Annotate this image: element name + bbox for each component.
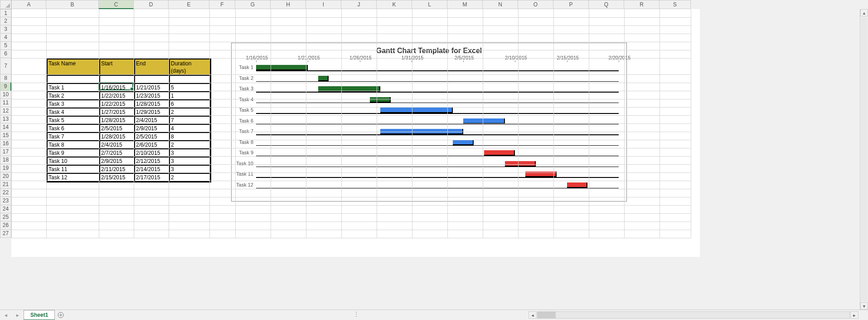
- hscroll-track[interactable]: [537, 311, 850, 319]
- row-header-14[interactable]: 14: [0, 123, 11, 132]
- sheet-nav-prev[interactable]: ◄: [0, 313, 12, 318]
- x-axis-tick-label: 2/5/2015: [451, 55, 478, 60]
- row-header-8[interactable]: 8: [0, 74, 11, 83]
- col-header-P[interactable]: P: [553, 0, 589, 9]
- x-axis-tick-label: 1/16/2015: [243, 55, 271, 60]
- col-header-H[interactable]: H: [271, 0, 306, 9]
- table-header[interactable]: Start: [100, 59, 135, 75]
- gantt-bar[interactable]: [380, 108, 453, 113]
- col-header-I[interactable]: I: [306, 0, 341, 9]
- col-header-K[interactable]: K: [377, 0, 412, 9]
- column-headers: ABCDEFGHIJKLMNOPQRS: [11, 0, 691, 9]
- row-header-26[interactable]: 26: [0, 222, 11, 230]
- row-header-7[interactable]: 7: [0, 58, 11, 74]
- gantt-bar[interactable]: [318, 76, 329, 81]
- row-header-19[interactable]: 19: [0, 164, 11, 172]
- sheet-tab-bar: ◄ ► Sheet1 ⋮ ◄ ►: [0, 310, 868, 320]
- tab-split-grip[interactable]: ⋮: [354, 311, 358, 318]
- x-axis-tick-label: 1/21/2015: [295, 55, 322, 60]
- hscroll-thumb[interactable]: [538, 312, 556, 318]
- col-header-O[interactable]: O: [518, 0, 553, 9]
- gantt-bar[interactable]: [463, 118, 504, 124]
- row-header-16[interactable]: 16: [0, 140, 11, 148]
- x-axis-tick-label: 2/10/2015: [502, 55, 529, 60]
- row-header-21[interactable]: 21: [0, 181, 11, 189]
- vscroll-track[interactable]: [861, 17, 868, 301]
- sheet-tab[interactable]: Sheet1: [24, 310, 55, 320]
- grid-area[interactable]: Task NameStartEndDuration(days)Task 11/1…: [11, 9, 700, 257]
- row-header-9[interactable]: 9: [0, 83, 11, 91]
- col-header-F[interactable]: F: [209, 0, 235, 9]
- row-header-2[interactable]: 2: [0, 17, 11, 25]
- col-header-D[interactable]: D: [134, 0, 169, 9]
- col-header-G[interactable]: G: [235, 0, 271, 9]
- col-header-C[interactable]: C: [99, 0, 134, 9]
- row-header-11[interactable]: 11: [0, 99, 11, 107]
- select-all-corner[interactable]: [0, 0, 11, 9]
- plus-circle-icon: [58, 312, 64, 318]
- row-header-5[interactable]: 5: [0, 42, 11, 50]
- scroll-down-arrow[interactable]: ▼: [860, 302, 868, 310]
- row-header-23[interactable]: 23: [0, 197, 11, 205]
- col-header-Q[interactable]: Q: [589, 0, 624, 9]
- scroll-right-arrow[interactable]: ►: [850, 311, 858, 319]
- x-axis-tick-label: 2/15/2015: [554, 55, 582, 60]
- scroll-up-arrow[interactable]: ▲: [860, 9, 868, 16]
- row-header-18[interactable]: 18: [0, 156, 11, 164]
- row-header-17[interactable]: 17: [0, 148, 11, 156]
- row-header-3[interactable]: 3: [0, 25, 11, 34]
- table-header[interactable]: End: [135, 59, 170, 75]
- row-header-20[interactable]: 20: [0, 172, 11, 181]
- row-header-13[interactable]: 13: [0, 115, 11, 123]
- row-header-27[interactable]: 27: [0, 230, 11, 238]
- col-header-J[interactable]: J: [341, 0, 377, 9]
- x-axis-tick-label: 1/26/2015: [347, 55, 374, 60]
- table-header[interactable]: Task Name: [47, 59, 100, 75]
- row-header-22[interactable]: 22: [0, 189, 11, 197]
- col-header-S[interactable]: S: [659, 0, 691, 9]
- gantt-bar[interactable]: [567, 182, 588, 188]
- col-header-R[interactable]: R: [624, 0, 659, 9]
- sheet-nav-next[interactable]: ►: [12, 313, 24, 318]
- scroll-left-arrow[interactable]: ◄: [529, 311, 537, 319]
- col-header-B[interactable]: B: [46, 0, 99, 9]
- gantt-bar[interactable]: [256, 65, 308, 70]
- x-axis-tick-label: 2/20/2015: [606, 55, 633, 60]
- row-header-15[interactable]: 15: [0, 132, 11, 140]
- row-header-4[interactable]: 4: [0, 34, 11, 42]
- row-header-25[interactable]: 25: [0, 213, 11, 222]
- gantt-bar[interactable]: [505, 161, 536, 167]
- row-header-1[interactable]: 1: [0, 9, 11, 17]
- col-header-M[interactable]: M: [447, 0, 483, 9]
- col-header-L[interactable]: L: [412, 0, 447, 9]
- gantt-chart[interactable]: Gantt Chart Template for Excel 1/16/2015…: [231, 43, 627, 202]
- vertical-scrollbar[interactable]: ▲ ▼: [860, 9, 868, 310]
- col-header-A[interactable]: A: [11, 0, 46, 9]
- row-header-6[interactable]: 6: [0, 50, 11, 58]
- chart-title: Gantt Chart Template for Excel: [232, 47, 626, 55]
- gantt-bar[interactable]: [484, 150, 515, 156]
- row-headers: 1234567891011121314151617181920212223242…: [0, 9, 11, 238]
- row-header-10[interactable]: 10: [0, 91, 11, 99]
- gantt-bar[interactable]: [453, 140, 474, 145]
- row-header-24[interactable]: 24: [0, 205, 11, 213]
- gantt-bar[interactable]: [370, 97, 391, 103]
- add-sheet-button[interactable]: [55, 310, 67, 320]
- table-header[interactable]: Duration(days): [170, 59, 210, 75]
- task-table: Task NameStartEndDuration(days)Task 11/1…: [46, 58, 211, 182]
- col-header-N[interactable]: N: [483, 0, 518, 9]
- col-header-E[interactable]: E: [169, 0, 209, 9]
- row-header-12[interactable]: 12: [0, 107, 11, 115]
- horizontal-scrollbar[interactable]: ◄ ►: [528, 311, 859, 319]
